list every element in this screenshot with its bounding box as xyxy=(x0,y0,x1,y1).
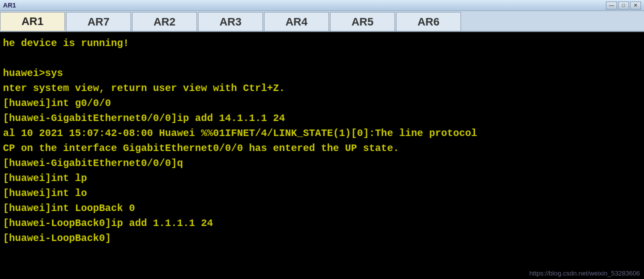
tab-ar6[interactable]: AR6 xyxy=(396,12,461,31)
tab-bar: AR1AR7AR2AR3AR4AR5AR6 xyxy=(0,11,644,32)
tab-ar4[interactable]: AR4 xyxy=(264,12,329,31)
terminal[interactable]: he device is running! huawei>sys nter sy… xyxy=(0,32,644,279)
watermark: https://blog.csdn.net/weixin_53283606 xyxy=(530,270,640,277)
title-bar: AR1 — □ ✕ xyxy=(0,0,644,11)
tab-ar2[interactable]: AR2 xyxy=(132,12,197,31)
window-title: AR1 xyxy=(3,2,16,9)
terminal-output: he device is running! huawei>sys nter sy… xyxy=(3,36,641,246)
tab-ar3[interactable]: AR3 xyxy=(198,12,263,31)
title-controls[interactable]: — □ ✕ xyxy=(606,2,641,10)
close-button[interactable]: ✕ xyxy=(630,2,641,10)
tab-ar1[interactable]: AR1 xyxy=(0,12,65,31)
tab-ar5[interactable]: AR5 xyxy=(330,12,395,31)
maximize-button[interactable]: □ xyxy=(618,2,629,10)
title-bar-left: AR1 xyxy=(3,2,16,9)
minimize-button[interactable]: — xyxy=(606,2,617,10)
tab-ar7[interactable]: AR7 xyxy=(66,12,131,31)
